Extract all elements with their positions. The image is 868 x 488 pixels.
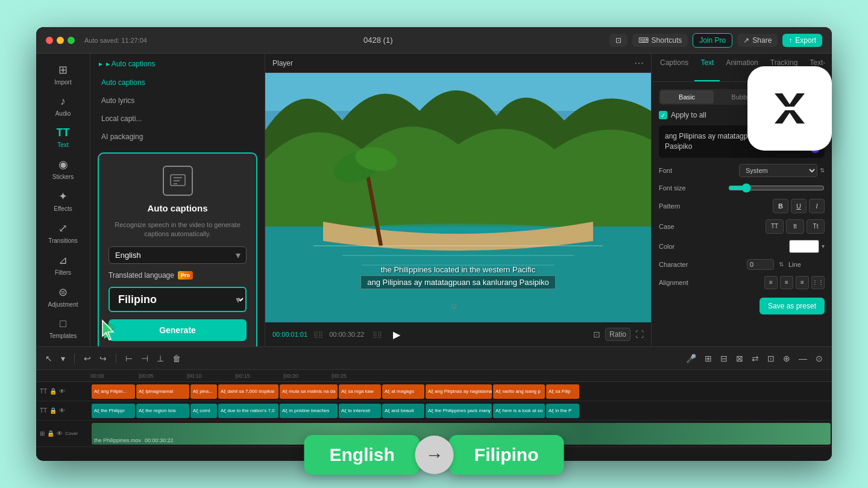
color-dropdown-arrow[interactable]: ▾ [822,243,825,249]
generate-button[interactable]: Generate [108,319,247,341]
align-right-button[interactable]: ≡ [796,276,809,289]
save-preset-button[interactable]: Save as preset [760,298,825,314]
tl-action-4[interactable]: ⇄ [750,352,761,365]
mic-icon[interactable]: 🎤 [684,352,698,365]
tl-action-1[interactable]: ⊞ [703,352,714,365]
play-button[interactable]: ▶ [388,326,405,343]
crop-button[interactable]: ⊥ [155,352,166,365]
italic-button[interactable]: I [809,199,825,213]
tool-transitions[interactable]: ⤢ Transitions [39,217,87,249]
clip-2-5[interactable]: Aξ m pristine beaches [280,404,338,418]
maximize-button[interactable] [68,37,75,44]
minimize-button[interactable] [57,37,64,44]
delete-button[interactable]: 🗑 [171,352,183,365]
clip-1-4[interactable]: Aξ dahil sa 7,000 tropikal [218,384,278,399]
right-tab-more[interactable]: » [831,54,832,81]
ratio-button[interactable]: Ratio [605,328,631,341]
ruler-mark-20: |00:20 [283,373,332,379]
cursor-tool[interactable]: ↖ [43,352,54,365]
tab-captions[interactable]: Captions [654,54,694,81]
tl-action-7[interactable]: — [797,352,809,365]
video-track-lock[interactable]: 🔒 [47,430,54,437]
video-track-expand[interactable]: ⊞ [40,430,45,437]
video-caption-bottom: ang Pilipinas ay matatagpuan sa kanluran… [360,275,555,289]
font-select[interactable]: System [739,164,817,177]
clip-2-9[interactable]: Aξ here is a look at so [493,404,545,418]
monitor-button[interactable]: ⊡ [609,34,627,47]
clip-2-6[interactable]: Aξ to interesti [339,404,381,418]
underline-button[interactable]: U [791,199,807,213]
tool-adjustment[interactable]: ⊜ Adjustment [39,281,87,313]
clip-2-7[interactable]: Aξ and beauti [382,404,424,418]
clip-1-10[interactable]: Aξ sa Filip [546,384,579,399]
ruler-mark-0: 00:00 [90,373,139,379]
split-button[interactable]: ⊢ [124,352,134,365]
clip-2-10[interactable]: Aξ in the P [546,404,579,418]
clip-1-6[interactable]: Aξ sa mga kaw [339,384,381,399]
clip-2-4[interactable]: Aξ due to the nation's 7,0 [218,404,278,418]
tab-text[interactable]: Text [694,54,720,81]
tl-action-8[interactable]: ⊙ [814,352,825,365]
undo-button[interactable]: ↩ [82,352,93,365]
uppercase-button[interactable]: TT [766,219,784,234]
character-input[interactable] [747,259,774,270]
tool-effects[interactable]: ✦ Effects [39,185,87,217]
clip-1-7[interactable]: Aξ at magago [382,384,424,399]
nav-ai-packaging[interactable]: AI packaging [95,128,260,145]
tool-text[interactable]: TT Text [39,122,87,153]
player-menu-icon[interactable]: ⋯ [634,57,644,69]
translated-language-select[interactable]: Filipino Spanish Japanese [108,287,247,312]
font-size-label: Font size [659,184,695,192]
clip-1-2[interactable]: Aξ Ipinagmamal [136,384,189,399]
trim-button[interactable]: ⊣ [139,352,150,365]
join-pro-button[interactable]: Join Pro [693,33,732,48]
nav-auto-lyrics[interactable]: Auto lyrics [95,92,260,109]
tool-templates[interactable]: □ Templates [39,313,87,344]
fit-screen-icon[interactable]: ⊡ [593,330,600,339]
fullscreen-icon[interactable]: ⛶ [635,330,644,339]
export-button[interactable]: ↑ Export [782,34,822,47]
shortcuts-button[interactable]: ⌨ Shortcuts [632,34,688,47]
track-lock-icon-2[interactable]: 🔒 [49,407,57,414]
color-swatch[interactable] [789,240,819,253]
clip-1-3[interactable]: Aξ pina... [190,384,217,399]
track-eye-icon[interactable]: 👁 [59,388,65,395]
tool-filters[interactable]: ⊿ Filters [39,249,87,281]
cursor-dropdown[interactable]: ▾ [59,352,67,365]
clip-1-5[interactable]: Aξ mula sa malinis na da [280,384,338,399]
clip-2-3[interactable]: Aξ comt [190,404,217,418]
clip-1-1[interactable]: Aξ ang Filipin... [92,384,135,399]
nav-local-captions[interactable]: Local capti... [95,110,260,127]
tool-import[interactable]: ⊞ Import [39,58,87,90]
tl-action-2[interactable]: ⊟ [719,352,729,365]
language-select[interactable]: English Spanish French [108,246,247,264]
tool-stickers[interactable]: ◉ Stickers [39,153,87,185]
share-button[interactable]: ↗ Share [737,34,778,47]
redo-button[interactable]: ↪ [98,352,108,365]
clip-2-2[interactable]: Aξ the region bos [136,404,189,418]
nav-auto-captions[interactable]: Auto captions [95,74,260,91]
align-left-button[interactable]: ≡ [764,276,778,289]
titlecase-button[interactable]: Tt [807,219,825,234]
style-tab-basic[interactable]: Basic [660,90,714,104]
tl-action-3[interactable]: ⊠ [734,352,745,365]
align-center-button[interactable]: ≡ [780,276,793,289]
clip-1-8[interactable]: Aξ ang Pilipinas ay naglalaman r [426,384,492,399]
apply-all-checkbox[interactable]: ✓ [659,111,667,119]
align-justify-button[interactable]: ⋮⋮ [811,276,825,289]
clip-2-1[interactable]: Aξ the Philippi [92,404,135,418]
lowercase-button[interactable]: tt [786,219,804,234]
track-lock-icon[interactable]: 🔒 [49,388,57,395]
clip-1-9[interactable]: Aξ narito ang isang p [493,384,545,399]
close-button[interactable] [46,37,53,44]
font-size-slider[interactable] [728,183,825,193]
tl-action-6[interactable]: ⊕ [781,352,792,365]
tl-action-5[interactable]: ⊡ [766,352,776,365]
video-track-eye[interactable]: 👁 [57,430,63,437]
clip-2-8[interactable]: Aξ the Philippines pack many ex [426,404,492,418]
text-icon: TT [57,127,70,139]
auto-captions-section-header[interactable]: ▸ ▸ Auto captions [90,54,265,74]
bold-button[interactable]: B [773,199,788,213]
track-eye-icon-2[interactable]: 👁 [59,407,65,414]
tool-audio[interactable]: ♪ Audio [39,90,87,122]
